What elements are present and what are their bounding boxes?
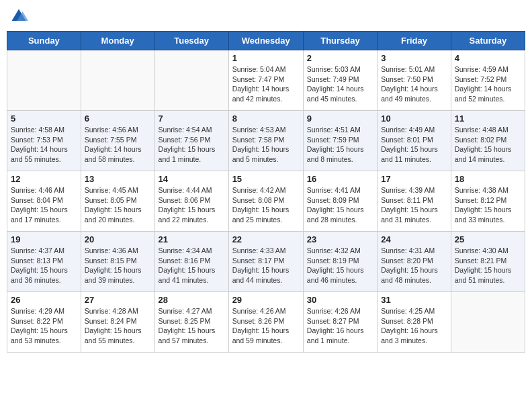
day-number: 21 [159,234,225,244]
day-number: 24 [381,234,447,244]
day-number: 12 [11,174,77,184]
day-info: Sunrise: 5:03 AM Sunset: 7:49 PM Dayligh… [307,64,373,104]
day-info: Sunrise: 4:29 AM Sunset: 8:22 PM Dayligh… [11,306,77,346]
day-info: Sunrise: 4:27 AM Sunset: 8:25 PM Dayligh… [159,306,225,346]
calendar-week-row: 5Sunrise: 4:58 AM Sunset: 7:53 PM Daylig… [7,111,525,171]
day-number: 28 [159,295,225,305]
day-info: Sunrise: 4:31 AM Sunset: 8:20 PM Dayligh… [381,246,447,285]
day-of-week-header: Tuesday [154,32,228,50]
calendar-cell: 18Sunrise: 4:38 AM Sunset: 8:12 PM Dayli… [451,171,525,232]
day-number: 1 [232,53,300,63]
day-info: Sunrise: 4:53 AM Sunset: 7:58 PM Dayligh… [232,125,300,165]
day-number: 8 [232,113,300,124]
calendar-cell [154,50,228,111]
day-number: 30 [307,295,373,305]
calendar-cell: 10Sunrise: 4:49 AM Sunset: 8:01 PM Dayli… [378,111,451,171]
day-number: 17 [381,174,447,184]
calendar-cell: 12Sunrise: 4:46 AM Sunset: 8:04 PM Dayli… [7,171,81,232]
day-info: Sunrise: 4:54 AM Sunset: 7:56 PM Dayligh… [159,125,225,165]
calendar-cell: 14Sunrise: 4:44 AM Sunset: 8:06 PM Dayli… [154,171,228,232]
calendar-cell: 6Sunrise: 4:56 AM Sunset: 7:55 PM Daylig… [81,111,154,171]
logo [9,7,31,26]
calendar-cell: 30Sunrise: 4:26 AM Sunset: 8:27 PM Dayli… [303,292,377,353]
day-info: Sunrise: 4:59 AM Sunset: 7:52 PM Dayligh… [455,64,521,104]
day-number: 7 [159,113,225,124]
day-info: Sunrise: 5:04 AM Sunset: 7:47 PM Dayligh… [232,64,300,104]
calendar-cell [81,50,154,111]
calendar-cell [451,292,525,353]
day-of-week-header: Sunday [7,32,81,50]
calendar-cell: 25Sunrise: 4:30 AM Sunset: 8:21 PM Dayli… [451,232,525,292]
day-number: 16 [307,174,373,184]
calendar-cell: 22Sunrise: 4:33 AM Sunset: 8:17 PM Dayli… [228,232,303,292]
day-number: 25 [455,234,521,244]
day-info: Sunrise: 4:56 AM Sunset: 7:55 PM Dayligh… [85,125,151,165]
day-number: 31 [381,295,447,305]
calendar-cell: 9Sunrise: 4:51 AM Sunset: 7:59 PM Daylig… [303,111,377,171]
calendar-cell: 27Sunrise: 4:28 AM Sunset: 8:24 PM Dayli… [81,292,154,353]
day-of-week-header: Saturday [451,32,525,50]
calendar-week-row: 12Sunrise: 4:46 AM Sunset: 8:04 PM Dayli… [7,171,525,232]
day-of-week-header: Monday [81,32,154,50]
day-number: 27 [85,295,151,305]
day-number: 6 [85,113,151,124]
calendar-cell: 11Sunrise: 4:48 AM Sunset: 8:02 PM Dayli… [451,111,525,171]
calendar-cell: 21Sunrise: 4:34 AM Sunset: 8:16 PM Dayli… [154,232,228,292]
calendar-cell: 19Sunrise: 4:37 AM Sunset: 8:13 PM Dayli… [7,232,81,292]
calendar-cell: 17Sunrise: 4:39 AM Sunset: 8:11 PM Dayli… [378,171,451,232]
calendar-cell: 1Sunrise: 5:04 AM Sunset: 7:47 PM Daylig… [228,50,303,111]
day-info: Sunrise: 4:37 AM Sunset: 8:13 PM Dayligh… [11,246,77,285]
calendar-cell: 3Sunrise: 5:01 AM Sunset: 7:50 PM Daylig… [378,50,451,111]
day-info: Sunrise: 4:33 AM Sunset: 8:17 PM Dayligh… [232,246,300,285]
day-number: 26 [11,295,77,305]
calendar-cell: 4Sunrise: 4:59 AM Sunset: 7:52 PM Daylig… [451,50,525,111]
calendar-week-row: 26Sunrise: 4:29 AM Sunset: 8:22 PM Dayli… [7,292,525,353]
day-number: 9 [307,113,373,124]
calendar-table: SundayMondayTuesdayWednesdayThursdayFrid… [7,31,525,353]
calendar-cell: 2Sunrise: 5:03 AM Sunset: 7:49 PM Daylig… [303,50,377,111]
calendar-cell: 5Sunrise: 4:58 AM Sunset: 7:53 PM Daylig… [7,111,81,171]
calendar-header-row: SundayMondayTuesdayWednesdayThursdayFrid… [7,32,525,50]
day-of-week-header: Wednesday [228,32,303,50]
day-info: Sunrise: 4:46 AM Sunset: 8:04 PM Dayligh… [11,185,77,225]
calendar-cell: 13Sunrise: 4:45 AM Sunset: 8:05 PM Dayli… [81,171,154,232]
day-info: Sunrise: 4:26 AM Sunset: 8:27 PM Dayligh… [307,306,373,346]
calendar-cell: 26Sunrise: 4:29 AM Sunset: 8:22 PM Dayli… [7,292,81,353]
page-header [7,7,525,26]
day-number: 15 [232,174,300,184]
day-number: 18 [455,174,521,184]
day-number: 14 [159,174,225,184]
calendar-cell: 23Sunrise: 4:32 AM Sunset: 8:19 PM Dayli… [303,232,377,292]
day-info: Sunrise: 4:34 AM Sunset: 8:16 PM Dayligh… [159,246,225,285]
day-number: 2 [307,53,373,63]
calendar-cell: 31Sunrise: 4:25 AM Sunset: 8:28 PM Dayli… [378,292,451,353]
day-info: Sunrise: 4:45 AM Sunset: 8:05 PM Dayligh… [85,185,151,225]
day-info: Sunrise: 4:44 AM Sunset: 8:06 PM Dayligh… [159,185,225,225]
day-info: Sunrise: 4:32 AM Sunset: 8:19 PM Dayligh… [307,246,373,285]
day-number: 3 [381,53,447,63]
calendar-cell: 28Sunrise: 4:27 AM Sunset: 8:25 PM Dayli… [154,292,228,353]
day-info: Sunrise: 4:30 AM Sunset: 8:21 PM Dayligh… [455,246,521,285]
day-number: 19 [11,234,77,244]
day-number: 29 [232,295,300,305]
day-number: 20 [85,234,151,244]
day-number: 23 [307,234,373,244]
day-info: Sunrise: 4:39 AM Sunset: 8:11 PM Dayligh… [381,185,447,225]
day-info: Sunrise: 4:42 AM Sunset: 8:08 PM Dayligh… [232,185,300,225]
day-info: Sunrise: 4:25 AM Sunset: 8:28 PM Dayligh… [381,306,447,346]
calendar-cell: 29Sunrise: 4:26 AM Sunset: 8:26 PM Dayli… [228,292,303,353]
day-info: Sunrise: 4:41 AM Sunset: 8:09 PM Dayligh… [307,185,373,225]
day-info: Sunrise: 4:28 AM Sunset: 8:24 PM Dayligh… [85,306,151,346]
calendar-cell: 7Sunrise: 4:54 AM Sunset: 7:56 PM Daylig… [154,111,228,171]
calendar-cell: 15Sunrise: 4:42 AM Sunset: 8:08 PM Dayli… [228,171,303,232]
day-number: 11 [455,113,521,124]
day-of-week-header: Friday [378,32,451,50]
day-info: Sunrise: 4:58 AM Sunset: 7:53 PM Dayligh… [11,125,77,165]
day-number: 10 [381,113,447,124]
logo-icon [9,7,28,26]
calendar-cell: 16Sunrise: 4:41 AM Sunset: 8:09 PM Dayli… [303,171,377,232]
day-info: Sunrise: 5:01 AM Sunset: 7:50 PM Dayligh… [381,64,447,104]
day-info: Sunrise: 4:49 AM Sunset: 8:01 PM Dayligh… [381,125,447,165]
day-info: Sunrise: 4:51 AM Sunset: 7:59 PM Dayligh… [307,125,373,165]
day-number: 13 [85,174,151,184]
